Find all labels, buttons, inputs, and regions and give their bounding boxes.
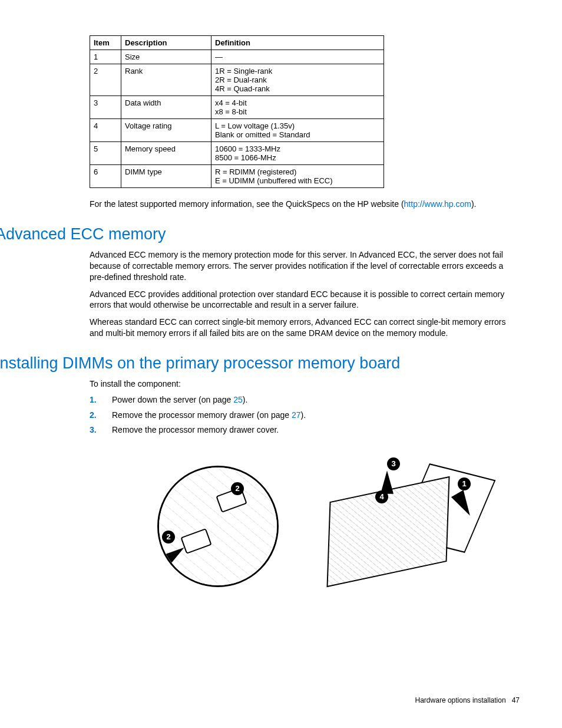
cell-definition: L = Low voltage (1.35v)Blank or omitted … [211, 119, 384, 142]
hp-website-link[interactable]: http://www.hp.com [404, 199, 471, 209]
cell-definition: 10600 = 1333-MHz8500 = 1066-MHz [211, 142, 384, 165]
cell-item: 4 [90, 119, 121, 142]
quickspecs-pre: For the latest supported memory informat… [90, 199, 404, 209]
install-intro: To install the component: [90, 378, 520, 390]
page-footer: Hardware options installation 47 [415, 696, 520, 704]
cell-description: Size [121, 50, 211, 64]
step-item: Remove the processor memory drawer cover… [90, 424, 520, 436]
table-row: 2Rank1R = Single-rank2R = Dual-rank4R = … [90, 64, 384, 96]
dimm-identification-table: Item Description Definition 1Size—2Rank1… [90, 35, 384, 188]
step-item: Remove the processor memory drawer (on p… [90, 410, 520, 421]
cell-definition: 1R = Single-rank2R = Dual-rank4R = Quad-… [211, 64, 384, 96]
heading-advanced-ecc: Advanced ECC memory [0, 225, 520, 243]
advanced-ecc-p3: Whereas standard ECC can correct single-… [90, 317, 520, 339]
callout-1: 1 [458, 477, 471, 490]
cell-description: Rank [121, 64, 211, 96]
footer-section: Hardware options installation [415, 696, 506, 704]
table-row: 5Memory speed10600 = 1333-MHz8500 = 1066… [90, 142, 384, 165]
table-header-description: Description [121, 36, 211, 50]
heading-installing-dimms: Installing DIMMs on the primary processo… [0, 354, 520, 373]
arrow-icon [381, 470, 394, 494]
cell-item: 5 [90, 142, 121, 165]
cell-definition: — [211, 50, 384, 64]
table-row: 4Voltage ratingL = Low voltage (1.35v)Bl… [90, 119, 384, 142]
callout-2b: 2 [162, 531, 175, 543]
footer-page-number: 47 [512, 696, 520, 704]
quickspecs-note: For the latest supported memory informat… [90, 199, 520, 210]
cell-definition: R = RDIMM (registered)E = UDIMM (unbuffe… [211, 165, 384, 188]
table-row: 3Data widthx4 = 4-bitx8 = 8-bit [90, 96, 384, 119]
cell-description: Data width [121, 96, 211, 119]
cell-item: 1 [90, 50, 121, 64]
table-row: 6DIMM typeR = RDIMM (registered)E = UDIM… [90, 165, 384, 188]
table-header-definition: Definition [211, 36, 384, 50]
cell-definition: x4 = 4-bitx8 = 8-bit [211, 96, 384, 119]
page-ref-link[interactable]: 25 [233, 395, 243, 404]
table-header-item: Item [90, 36, 121, 50]
cell-item: 3 [90, 96, 121, 119]
page-ref-link[interactable]: 27 [292, 410, 301, 420]
table-row: 1Size— [90, 50, 384, 64]
advanced-ecc-p2: Advanced ECC provides additional protect… [90, 289, 520, 311]
cell-description: Voltage rating [121, 119, 211, 142]
cell-description: DIMM type [121, 165, 211, 188]
callout-3: 3 [387, 457, 400, 470]
drawer-cover-illustration: 1 2 2 3 4 [151, 454, 458, 595]
callout-2a: 2 [231, 482, 244, 495]
cell-description: Memory speed [121, 142, 211, 165]
cell-item: 6 [90, 165, 121, 188]
cell-item: 2 [90, 64, 121, 96]
closeup-circle [157, 466, 279, 587]
advanced-ecc-p1: Advanced ECC memory is the memory protec… [90, 249, 520, 283]
step-item: Power down the server (on page 25). [90, 394, 520, 406]
install-steps: Power down the server (on page 25).Remov… [90, 394, 520, 436]
quickspecs-post: ). [471, 199, 477, 209]
